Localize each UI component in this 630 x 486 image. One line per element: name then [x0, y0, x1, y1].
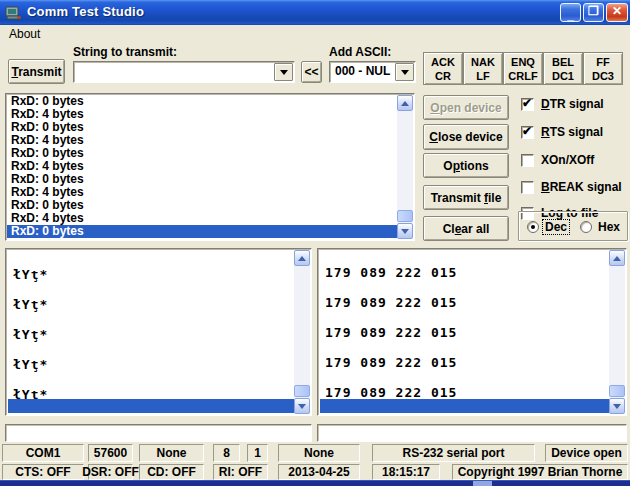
- quick-button-ack[interactable]: ACKCR: [423, 52, 463, 85]
- rx-event-list[interactable]: RxD: 0 bytesRxD: 4 bytesRxD: 0 bytesRxD:…: [5, 93, 415, 241]
- pane-line: 179 089 222 015: [319, 347, 609, 377]
- status-cell: 18:15:17: [372, 464, 440, 480]
- status-cell: CD: OFF: [139, 464, 204, 480]
- status-cell: COM1: [2, 444, 84, 462]
- menu-item-about[interactable]: About: [5, 26, 44, 42]
- checkbox-box: [521, 154, 534, 167]
- checkbox-rts[interactable]: ✔RTS signal: [521, 125, 603, 139]
- scroll-down-button[interactable]: [609, 398, 625, 414]
- scroll-up-button[interactable]: [294, 250, 310, 266]
- status-cell: Copyright 1997 Brian Thorne: [452, 464, 628, 480]
- ascii-line-field[interactable]: [5, 424, 312, 442]
- status-cell: Device open: [545, 444, 628, 462]
- rx-items: RxD: 0 bytesRxD: 4 bytesRxD: 0 bytesRxD:…: [7, 95, 397, 238]
- status-cell: CTS: OFF: [2, 464, 84, 480]
- minimize-button[interactable]: _: [560, 3, 581, 22]
- pane-line: 179 089 222 015: [319, 317, 609, 347]
- ascii-pane-scrollbar[interactable]: [294, 250, 310, 414]
- pane-line: łYţ*: [7, 289, 294, 319]
- close-device-button[interactable]: Close device: [423, 124, 509, 150]
- radio-hex-circle: [580, 221, 592, 233]
- add-ascii-combobox[interactable]: 000 - NUL: [329, 61, 416, 83]
- history-button[interactable]: <<: [301, 61, 322, 83]
- display-mode-groupbox: Dec Hex: [518, 211, 628, 241]
- status-cell: None: [139, 444, 204, 462]
- add-ascii-label: Add ASCII:: [329, 45, 391, 59]
- transmit-button[interactable]: Transmit: [8, 59, 65, 84]
- add-ascii-value: 000 - NUL: [335, 64, 390, 78]
- arrow-up-icon: [298, 256, 306, 261]
- decimal-lines: 179 089 222 015179 089 222 015179 089 22…: [319, 257, 609, 407]
- decimal-display-pane[interactable]: 179 089 222 015179 089 222 015179 089 22…: [317, 248, 627, 416]
- status-bar-row2: CTS: OFFDSR: OFFCD: OFFRI: OFF2013-04-25…: [0, 464, 630, 480]
- pane-line: łYţ*: [7, 319, 294, 349]
- scroll-down-button[interactable]: [397, 223, 413, 239]
- radio-dec-label: Dec: [543, 220, 569, 234]
- checkbox-box: ✔: [521, 126, 534, 139]
- checkbox-label: RTS signal: [541, 125, 603, 139]
- pane-line: łYţ*: [7, 349, 294, 379]
- checkbox-dtr[interactable]: ✔DTR signal: [521, 97, 604, 111]
- arrow-up-icon: [613, 256, 621, 261]
- window-bottom-border: [0, 480, 630, 486]
- pane-line: 179 089 222 015: [319, 287, 609, 317]
- scrollbar-thumb[interactable]: [397, 210, 413, 222]
- taskbar-fragment: [473, 481, 492, 486]
- maximize-button[interactable]: ❐: [583, 3, 604, 22]
- pane-line: łYţ*: [7, 259, 294, 289]
- close-button[interactable]: ✕: [606, 3, 628, 22]
- window-title: Comm Test Studio: [27, 4, 144, 19]
- radio-dec[interactable]: Dec: [527, 220, 569, 234]
- options-button[interactable]: Options: [423, 153, 509, 178]
- radio-dec-circle: [527, 221, 539, 233]
- status-cell: 57600: [88, 444, 133, 462]
- quick-button-enq[interactable]: ENQCRLF: [503, 52, 543, 85]
- quick-button-nak[interactable]: NAKLF: [463, 52, 503, 85]
- checkbox-label: XOn/XOff: [541, 153, 594, 167]
- quick-ascii-buttons: ACKCRNAKLFENQCRLFBELDC1FFDC3: [423, 52, 623, 85]
- decimal-pane-scrollbar[interactable]: [609, 250, 625, 414]
- rx-list-scrollbar[interactable]: [397, 95, 413, 239]
- app-window: Comm Test Studio _ ❐ ✕ About Transmit St…: [0, 0, 630, 486]
- ascii-combo-dropdown-button[interactable]: [395, 63, 414, 81]
- arrow-up-icon: [401, 101, 409, 106]
- pane-line: 179 089 222 015: [319, 257, 609, 287]
- checkbox-label: BREAK signal: [541, 180, 622, 194]
- scroll-up-button[interactable]: [609, 250, 625, 266]
- clear-all-button[interactable]: Clear all: [423, 216, 509, 241]
- decimal-pane-selected-row[interactable]: [320, 399, 609, 413]
- app-icon: [5, 4, 22, 21]
- string-to-transmit-combobox[interactable]: [73, 61, 295, 83]
- arrow-down-icon: [401, 229, 409, 234]
- status-cell: 2013-04-25: [278, 464, 360, 480]
- transmit-file-button[interactable]: Transmit file: [423, 185, 509, 210]
- open-device-button[interactable]: Open device: [423, 95, 509, 120]
- quick-button-bel[interactable]: BELDC1: [543, 52, 583, 85]
- decimal-line-field[interactable]: [317, 424, 627, 442]
- checkbox-xonxoff[interactable]: XOn/XOff: [521, 153, 594, 167]
- scroll-down-button[interactable]: [294, 398, 310, 414]
- status-cell: 8: [213, 444, 240, 462]
- arrow-down-icon: [298, 404, 306, 409]
- status-cell: RS-232 serial port: [372, 444, 535, 462]
- radio-hex-label: Hex: [596, 220, 622, 234]
- status-cell: 1: [247, 444, 268, 462]
- rx-list-item[interactable]: RxD: 0 bytes: [7, 225, 397, 238]
- status-cell: RI: OFF: [213, 464, 268, 480]
- quick-button-ff[interactable]: FFDC3: [583, 52, 623, 85]
- arrow-down-icon: [613, 404, 621, 409]
- title-bar: Comm Test Studio _ ❐ ✕: [0, 0, 630, 25]
- checkbox-box: ✔: [521, 98, 534, 111]
- check-icon: ✔: [522, 124, 532, 138]
- scrollbar-thumb[interactable]: [294, 385, 310, 397]
- scrollbar-thumb[interactable]: [609, 385, 625, 397]
- check-icon: ✔: [522, 96, 532, 110]
- string-combo-dropdown-button[interactable]: [274, 63, 293, 81]
- radio-hex[interactable]: Hex: [580, 220, 622, 234]
- checkbox-break[interactable]: BREAK signal: [521, 180, 622, 194]
- ascii-pane-selected-row[interactable]: [8, 399, 294, 413]
- ascii-display-pane[interactable]: łYţ*łYţ*łYţ*łYţ*łYţ*: [5, 248, 312, 416]
- scroll-up-button[interactable]: [397, 95, 413, 111]
- chevron-down-icon: [401, 70, 409, 75]
- status-cell: None: [278, 444, 360, 462]
